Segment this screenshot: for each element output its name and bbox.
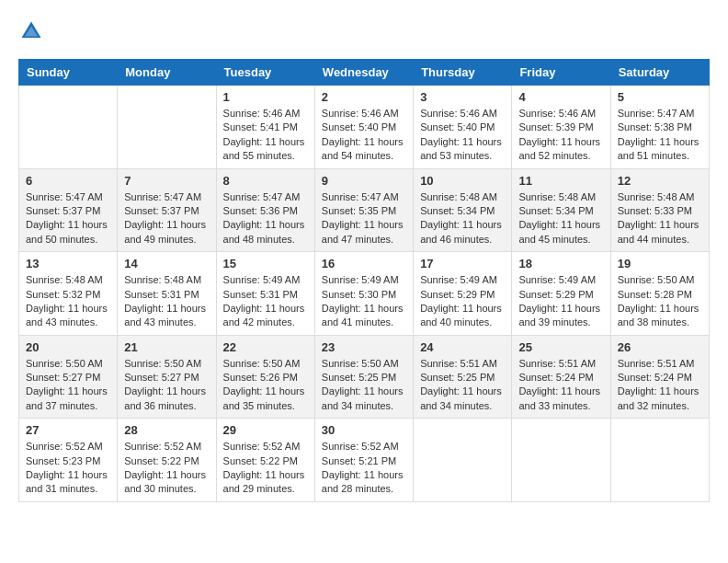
day-number: 26 (618, 340, 702, 354)
day-number: 23 (322, 340, 406, 354)
day-number: 10 (420, 174, 505, 188)
day-number: 15 (223, 257, 308, 270)
day-number: 3 (420, 90, 505, 104)
day-number: 28 (124, 423, 209, 437)
cell-info: Sunrise: 5:49 AM Sunset: 5:31 PM Dayligh… (223, 273, 308, 330)
day-number: 20 (26, 340, 110, 354)
cell-info: Sunrise: 5:52 AM Sunset: 5:21 PM Dayligh… (322, 440, 406, 497)
calendar-week-2: 6Sunrise: 5:47 AM Sunset: 5:37 PM Daylig… (19, 168, 710, 252)
weekday-header-tuesday: Tuesday (216, 60, 314, 86)
day-number: 5 (618, 90, 702, 104)
calendar-cell: 24Sunrise: 5:51 AM Sunset: 5:25 PM Dayli… (414, 335, 512, 419)
calendar-week-4: 20Sunrise: 5:50 AM Sunset: 5:27 PM Dayli… (19, 335, 710, 419)
day-number: 4 (518, 90, 603, 104)
cell-info: Sunrise: 5:46 AM Sunset: 5:40 PM Dayligh… (420, 107, 505, 164)
cell-info: Sunrise: 5:48 AM Sunset: 5:31 PM Dayligh… (124, 273, 209, 330)
cell-info: Sunrise: 5:48 AM Sunset: 5:33 PM Dayligh… (618, 190, 702, 247)
day-number: 27 (26, 423, 110, 437)
cell-info: Sunrise: 5:48 AM Sunset: 5:34 PM Dayligh… (420, 190, 505, 247)
calendar-cell: 28Sunrise: 5:52 AM Sunset: 5:22 PM Dayli… (118, 419, 216, 502)
cell-info: Sunrise: 5:47 AM Sunset: 5:35 PM Dayligh… (322, 190, 406, 247)
cell-info: Sunrise: 5:50 AM Sunset: 5:27 PM Dayligh… (124, 357, 209, 414)
day-number: 16 (322, 257, 406, 270)
calendar-cell: 25Sunrise: 5:51 AM Sunset: 5:24 PM Dayli… (512, 335, 610, 419)
logo-icon (18, 18, 44, 44)
day-number: 9 (322, 174, 406, 188)
day-number: 1 (223, 90, 308, 104)
cell-info: Sunrise: 5:47 AM Sunset: 5:38 PM Dayligh… (618, 107, 702, 164)
calendar-cell (512, 419, 610, 502)
day-number: 11 (518, 174, 603, 188)
calendar-cell: 22Sunrise: 5:50 AM Sunset: 5:26 PM Dayli… (216, 335, 314, 419)
calendar-cell: 5Sunrise: 5:47 AM Sunset: 5:38 PM Daylig… (610, 86, 709, 169)
day-number: 30 (322, 423, 406, 437)
calendar-cell: 8Sunrise: 5:47 AM Sunset: 5:36 PM Daylig… (216, 168, 314, 252)
cell-info: Sunrise: 5:51 AM Sunset: 5:25 PM Dayligh… (420, 357, 505, 414)
cell-info: Sunrise: 5:47 AM Sunset: 5:37 PM Dayligh… (26, 190, 110, 247)
weekday-header-thursday: Thursday (414, 60, 512, 86)
cell-info: Sunrise: 5:47 AM Sunset: 5:37 PM Dayligh… (124, 190, 209, 247)
day-number: 14 (124, 257, 209, 270)
calendar-table: SundayMondayTuesdayWednesdayThursdayFrid… (18, 59, 710, 502)
weekday-header-saturday: Saturday (610, 60, 709, 86)
cell-info: Sunrise: 5:48 AM Sunset: 5:34 PM Dayligh… (518, 190, 603, 247)
calendar-cell (19, 86, 118, 169)
calendar-cell: 26Sunrise: 5:51 AM Sunset: 5:24 PM Dayli… (610, 335, 709, 419)
calendar-cell: 3Sunrise: 5:46 AM Sunset: 5:40 PM Daylig… (414, 86, 512, 169)
cell-info: Sunrise: 5:46 AM Sunset: 5:39 PM Dayligh… (518, 107, 603, 164)
cell-info: Sunrise: 5:47 AM Sunset: 5:36 PM Dayligh… (223, 190, 308, 247)
cell-info: Sunrise: 5:50 AM Sunset: 5:26 PM Dayligh… (223, 357, 308, 414)
calendar-week-5: 27Sunrise: 5:52 AM Sunset: 5:23 PM Dayli… (19, 419, 710, 502)
calendar-cell: 19Sunrise: 5:50 AM Sunset: 5:28 PM Dayli… (610, 252, 709, 336)
calendar-cell: 27Sunrise: 5:52 AM Sunset: 5:23 PM Dayli… (19, 419, 118, 502)
calendar-cell: 18Sunrise: 5:49 AM Sunset: 5:29 PM Dayli… (512, 252, 610, 336)
day-number: 24 (420, 340, 505, 354)
weekday-header-monday: Monday (118, 60, 216, 86)
day-number: 8 (223, 174, 308, 188)
calendar-cell: 16Sunrise: 5:49 AM Sunset: 5:30 PM Dayli… (314, 252, 413, 336)
cell-info: Sunrise: 5:49 AM Sunset: 5:30 PM Dayligh… (322, 273, 406, 330)
calendar-cell: 7Sunrise: 5:47 AM Sunset: 5:37 PM Daylig… (118, 168, 216, 252)
day-number: 2 (322, 90, 406, 104)
calendar-cell: 17Sunrise: 5:49 AM Sunset: 5:29 PM Dayli… (414, 252, 512, 336)
day-number: 18 (518, 257, 603, 270)
cell-info: Sunrise: 5:50 AM Sunset: 5:28 PM Dayligh… (618, 273, 702, 330)
cell-info: Sunrise: 5:52 AM Sunset: 5:22 PM Dayligh… (223, 440, 308, 497)
calendar-cell: 6Sunrise: 5:47 AM Sunset: 5:37 PM Daylig… (19, 168, 118, 252)
calendar-week-1: 1Sunrise: 5:46 AM Sunset: 5:41 PM Daylig… (19, 86, 710, 169)
calendar-cell: 20Sunrise: 5:50 AM Sunset: 5:27 PM Dayli… (19, 335, 118, 419)
weekday-header-wednesday: Wednesday (314, 60, 413, 86)
calendar-cell: 10Sunrise: 5:48 AM Sunset: 5:34 PM Dayli… (414, 168, 512, 252)
calendar-cell: 1Sunrise: 5:46 AM Sunset: 5:41 PM Daylig… (216, 86, 314, 169)
calendar-week-3: 13Sunrise: 5:48 AM Sunset: 5:32 PM Dayli… (19, 252, 710, 336)
calendar-cell: 13Sunrise: 5:48 AM Sunset: 5:32 PM Dayli… (19, 252, 118, 336)
day-number: 6 (26, 174, 110, 188)
cell-info: Sunrise: 5:46 AM Sunset: 5:41 PM Dayligh… (223, 107, 308, 164)
calendar-cell: 15Sunrise: 5:49 AM Sunset: 5:31 PM Dayli… (216, 252, 314, 336)
calendar-cell (414, 419, 512, 502)
cell-info: Sunrise: 5:50 AM Sunset: 5:25 PM Dayligh… (322, 357, 406, 414)
calendar-cell: 30Sunrise: 5:52 AM Sunset: 5:21 PM Dayli… (314, 419, 413, 502)
logo (18, 18, 48, 44)
calendar-cell: 29Sunrise: 5:52 AM Sunset: 5:22 PM Dayli… (216, 419, 314, 502)
cell-info: Sunrise: 5:49 AM Sunset: 5:29 PM Dayligh… (518, 273, 603, 330)
calendar-cell: 21Sunrise: 5:50 AM Sunset: 5:27 PM Dayli… (118, 335, 216, 419)
weekday-header-friday: Friday (512, 60, 610, 86)
cell-info: Sunrise: 5:46 AM Sunset: 5:40 PM Dayligh… (322, 107, 406, 164)
calendar-cell: 4Sunrise: 5:46 AM Sunset: 5:39 PM Daylig… (512, 86, 610, 169)
cell-info: Sunrise: 5:51 AM Sunset: 5:24 PM Dayligh… (518, 357, 603, 414)
calendar-cell (610, 419, 709, 502)
calendar-cell: 12Sunrise: 5:48 AM Sunset: 5:33 PM Dayli… (610, 168, 709, 252)
cell-info: Sunrise: 5:49 AM Sunset: 5:29 PM Dayligh… (420, 273, 505, 330)
cell-info: Sunrise: 5:51 AM Sunset: 5:24 PM Dayligh… (618, 357, 702, 414)
cell-info: Sunrise: 5:48 AM Sunset: 5:32 PM Dayligh… (26, 273, 110, 330)
day-number: 25 (518, 340, 603, 354)
calendar-cell: 14Sunrise: 5:48 AM Sunset: 5:31 PM Dayli… (118, 252, 216, 336)
day-number: 21 (124, 340, 209, 354)
cell-info: Sunrise: 5:50 AM Sunset: 5:27 PM Dayligh… (26, 357, 110, 414)
day-number: 13 (26, 257, 110, 270)
calendar-cell: 9Sunrise: 5:47 AM Sunset: 5:35 PM Daylig… (314, 168, 413, 252)
calendar-cell: 2Sunrise: 5:46 AM Sunset: 5:40 PM Daylig… (314, 86, 413, 169)
day-number: 12 (618, 174, 702, 188)
day-number: 7 (124, 174, 209, 188)
